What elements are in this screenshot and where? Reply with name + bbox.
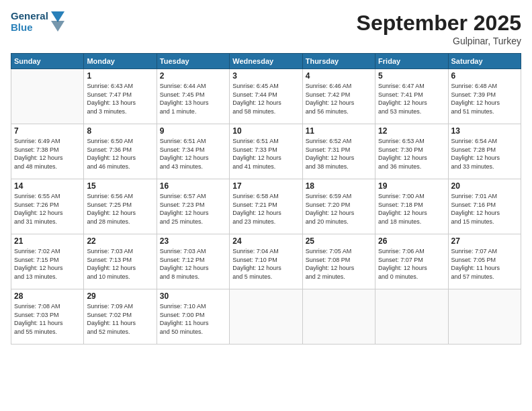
calendar-cell: 23Sunrise: 7:03 AM Sunset: 7:12 PM Dayli… <box>157 234 229 289</box>
calendar-cell: 12Sunrise: 6:53 AM Sunset: 7:30 PM Dayli… <box>375 124 448 179</box>
subtitle: Gulpinar, Turkey <box>357 36 521 46</box>
day-info: Sunrise: 6:51 AM Sunset: 7:34 PM Dayligh… <box>160 137 226 171</box>
calendar-cell: 27Sunrise: 7:07 AM Sunset: 7:05 PM Dayli… <box>448 234 521 289</box>
day-number: 8 <box>87 126 153 136</box>
calendar-cell: 29Sunrise: 7:09 AM Sunset: 7:02 PM Dayli… <box>84 289 157 345</box>
day-number: 30 <box>160 291 226 301</box>
day-info: Sunrise: 7:07 AM Sunset: 7:05 PM Dayligh… <box>451 247 518 281</box>
day-number: 15 <box>87 181 153 191</box>
calendar-cell: 30Sunrise: 7:10 AM Sunset: 7:00 PM Dayli… <box>157 289 229 345</box>
day-number: 20 <box>451 181 518 191</box>
day-info: Sunrise: 6:43 AM Sunset: 7:47 PM Dayligh… <box>87 82 153 116</box>
calendar-cell: 20Sunrise: 7:01 AM Sunset: 7:16 PM Dayli… <box>448 179 521 234</box>
day-info: Sunrise: 7:02 AM Sunset: 7:15 PM Dayligh… <box>14 247 81 281</box>
calendar-table: SundayMondayTuesdayWednesdayThursdayFrid… <box>11 53 521 345</box>
day-info: Sunrise: 7:03 AM Sunset: 7:12 PM Dayligh… <box>160 247 226 281</box>
day-info: Sunrise: 6:47 AM Sunset: 7:41 PM Dayligh… <box>378 82 445 116</box>
calendar-cell: 9Sunrise: 6:51 AM Sunset: 7:34 PM Daylig… <box>157 124 229 179</box>
day-number: 14 <box>14 181 81 191</box>
logo: General Blue <box>11 11 64 33</box>
day-header: Wednesday <box>230 54 302 69</box>
calendar-cell: 19Sunrise: 7:00 AM Sunset: 7:18 PM Dayli… <box>375 179 448 234</box>
day-number: 10 <box>232 126 299 136</box>
day-info: Sunrise: 6:54 AM Sunset: 7:28 PM Dayligh… <box>451 137 518 171</box>
day-info: Sunrise: 6:44 AM Sunset: 7:45 PM Dayligh… <box>160 82 226 116</box>
calendar-cell: 21Sunrise: 7:02 AM Sunset: 7:15 PM Dayli… <box>11 234 84 289</box>
day-number: 24 <box>232 236 299 246</box>
day-number: 29 <box>87 291 153 301</box>
day-info: Sunrise: 7:10 AM Sunset: 7:00 PM Dayligh… <box>160 302 226 336</box>
day-number: 27 <box>451 236 518 246</box>
day-number: 28 <box>14 291 81 301</box>
calendar-cell: 11Sunrise: 6:52 AM Sunset: 7:31 PM Dayli… <box>302 124 375 179</box>
day-info: Sunrise: 7:08 AM Sunset: 7:03 PM Dayligh… <box>14 302 81 336</box>
calendar-cell: 17Sunrise: 6:58 AM Sunset: 7:21 PM Dayli… <box>230 179 302 234</box>
day-number: 21 <box>14 236 81 246</box>
day-info: Sunrise: 7:03 AM Sunset: 7:13 PM Dayligh… <box>87 247 153 281</box>
day-number: 12 <box>378 126 445 136</box>
day-number: 22 <box>87 236 153 246</box>
day-info: Sunrise: 6:55 AM Sunset: 7:26 PM Dayligh… <box>14 192 81 226</box>
day-info: Sunrise: 6:49 AM Sunset: 7:38 PM Dayligh… <box>14 137 81 171</box>
calendar-cell: 14Sunrise: 6:55 AM Sunset: 7:26 PM Dayli… <box>11 179 84 234</box>
calendar-cell: 5Sunrise: 6:47 AM Sunset: 7:41 PM Daylig… <box>375 69 448 124</box>
day-header: Sunday <box>11 54 84 69</box>
day-number: 17 <box>232 181 299 191</box>
calendar-cell <box>11 69 84 124</box>
day-info: Sunrise: 6:57 AM Sunset: 7:23 PM Dayligh… <box>160 192 226 226</box>
day-info: Sunrise: 7:00 AM Sunset: 7:18 PM Dayligh… <box>378 192 445 226</box>
calendar-cell: 8Sunrise: 6:50 AM Sunset: 7:36 PM Daylig… <box>84 124 157 179</box>
day-info: Sunrise: 6:56 AM Sunset: 7:25 PM Dayligh… <box>87 192 153 226</box>
calendar-cell: 7Sunrise: 6:49 AM Sunset: 7:38 PM Daylig… <box>11 124 84 179</box>
day-info: Sunrise: 7:01 AM Sunset: 7:16 PM Dayligh… <box>451 192 518 226</box>
calendar-cell <box>302 289 375 345</box>
day-info: Sunrise: 7:04 AM Sunset: 7:10 PM Dayligh… <box>232 247 299 281</box>
calendar-cell: 25Sunrise: 7:05 AM Sunset: 7:08 PM Dayli… <box>302 234 375 289</box>
calendar-cell: 4Sunrise: 6:46 AM Sunset: 7:42 PM Daylig… <box>302 69 375 124</box>
calendar-cell: 28Sunrise: 7:08 AM Sunset: 7:03 PM Dayli… <box>11 289 84 345</box>
day-header: Saturday <box>448 54 521 69</box>
calendar-cell: 16Sunrise: 6:57 AM Sunset: 7:23 PM Dayli… <box>157 179 229 234</box>
calendar-cell: 18Sunrise: 6:59 AM Sunset: 7:20 PM Dayli… <box>302 179 375 234</box>
day-info: Sunrise: 6:53 AM Sunset: 7:30 PM Dayligh… <box>378 137 445 171</box>
day-number: 7 <box>14 126 81 136</box>
day-info: Sunrise: 6:58 AM Sunset: 7:21 PM Dayligh… <box>232 192 299 226</box>
month-title: September 2025 <box>357 11 521 36</box>
day-info: Sunrise: 6:45 AM Sunset: 7:44 PM Dayligh… <box>232 82 299 116</box>
day-number: 18 <box>306 181 372 191</box>
day-info: Sunrise: 6:50 AM Sunset: 7:36 PM Dayligh… <box>87 137 153 171</box>
calendar-cell: 24Sunrise: 7:04 AM Sunset: 7:10 PM Dayli… <box>230 234 302 289</box>
calendar-cell: 10Sunrise: 6:51 AM Sunset: 7:33 PM Dayli… <box>230 124 302 179</box>
calendar-cell: 22Sunrise: 7:03 AM Sunset: 7:13 PM Dayli… <box>84 234 157 289</box>
day-number: 9 <box>160 126 226 136</box>
day-info: Sunrise: 7:09 AM Sunset: 7:02 PM Dayligh… <box>87 302 153 336</box>
day-number: 1 <box>87 71 153 81</box>
day-number: 26 <box>378 236 445 246</box>
day-info: Sunrise: 6:52 AM Sunset: 7:31 PM Dayligh… <box>306 137 372 171</box>
day-info: Sunrise: 7:06 AM Sunset: 7:07 PM Dayligh… <box>378 247 445 281</box>
calendar-cell <box>375 289 448 345</box>
day-header: Tuesday <box>157 54 229 69</box>
calendar-cell: 6Sunrise: 6:48 AM Sunset: 7:39 PM Daylig… <box>448 69 521 124</box>
day-header: Friday <box>375 54 448 69</box>
calendar-cell: 26Sunrise: 7:06 AM Sunset: 7:07 PM Dayli… <box>375 234 448 289</box>
day-number: 13 <box>451 126 518 136</box>
day-header: Thursday <box>302 54 375 69</box>
day-number: 4 <box>306 71 372 81</box>
day-header: Monday <box>84 54 157 69</box>
calendar-cell: 15Sunrise: 6:56 AM Sunset: 7:25 PM Dayli… <box>84 179 157 234</box>
day-info: Sunrise: 6:48 AM Sunset: 7:39 PM Dayligh… <box>451 82 518 116</box>
day-number: 19 <box>378 181 445 191</box>
day-number: 16 <box>160 181 226 191</box>
day-info: Sunrise: 7:05 AM Sunset: 7:08 PM Dayligh… <box>306 247 372 281</box>
title-block: September 2025 Gulpinar, Turkey <box>357 11 521 46</box>
calendar-cell <box>448 289 521 345</box>
day-number: 6 <box>451 71 518 81</box>
day-info: Sunrise: 6:59 AM Sunset: 7:20 PM Dayligh… <box>306 192 372 226</box>
calendar-cell: 2Sunrise: 6:44 AM Sunset: 7:45 PM Daylig… <box>157 69 229 124</box>
day-number: 25 <box>306 236 372 246</box>
day-number: 23 <box>160 236 226 246</box>
svg-marker-1 <box>51 21 64 32</box>
day-number: 2 <box>160 71 226 81</box>
calendar-cell: 13Sunrise: 6:54 AM Sunset: 7:28 PM Dayli… <box>448 124 521 179</box>
